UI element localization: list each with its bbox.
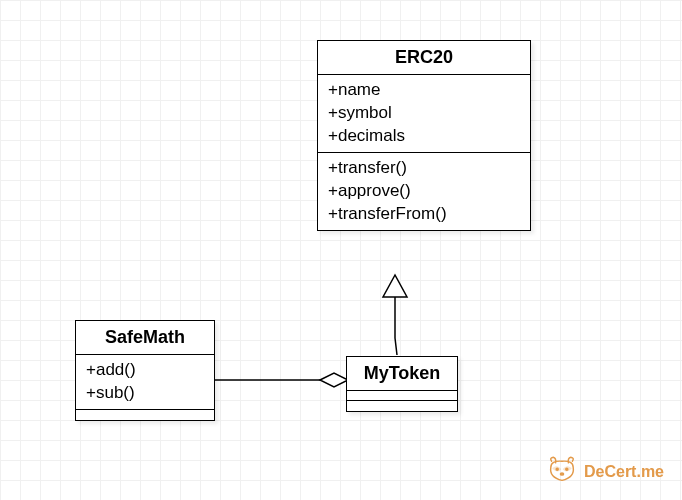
svg-marker-2 bbox=[320, 373, 348, 387]
watermark: DeCert.me bbox=[546, 456, 664, 488]
raccoon-icon bbox=[546, 456, 578, 488]
svg-point-5 bbox=[560, 473, 563, 475]
method-row: +add() bbox=[86, 359, 204, 382]
class-erc20-attributes: +name +symbol +decimals bbox=[318, 75, 530, 153]
attribute-row: +symbol bbox=[328, 102, 520, 125]
class-safemath-empty bbox=[76, 410, 214, 420]
method-row: +transfer() bbox=[328, 157, 520, 180]
attribute-row: +name bbox=[328, 79, 520, 102]
aggregation-diamond bbox=[215, 373, 348, 387]
svg-point-4 bbox=[566, 468, 568, 470]
svg-marker-0 bbox=[383, 275, 407, 297]
method-row: +sub() bbox=[86, 382, 204, 405]
class-erc20-methods: +transfer() +approve() +transferFrom() bbox=[318, 153, 530, 230]
method-row: +approve() bbox=[328, 180, 520, 203]
class-mytoken-empty2 bbox=[347, 401, 457, 411]
class-safemath-title: SafeMath bbox=[76, 321, 214, 355]
watermark-text: DeCert.me bbox=[584, 463, 664, 481]
generalization-arrow bbox=[383, 275, 407, 355]
class-erc20: ERC20 +name +symbol +decimals +transfer(… bbox=[317, 40, 531, 231]
attribute-row: +decimals bbox=[328, 125, 520, 148]
class-safemath-methods: +add() +sub() bbox=[76, 355, 214, 410]
class-safemath: SafeMath +add() +sub() bbox=[75, 320, 215, 421]
class-mytoken-title: MyToken bbox=[347, 357, 457, 391]
class-erc20-title: ERC20 bbox=[318, 41, 530, 75]
class-mytoken: MyToken bbox=[346, 356, 458, 412]
method-row: +transferFrom() bbox=[328, 203, 520, 226]
class-mytoken-empty1 bbox=[347, 391, 457, 401]
svg-point-3 bbox=[556, 468, 558, 470]
